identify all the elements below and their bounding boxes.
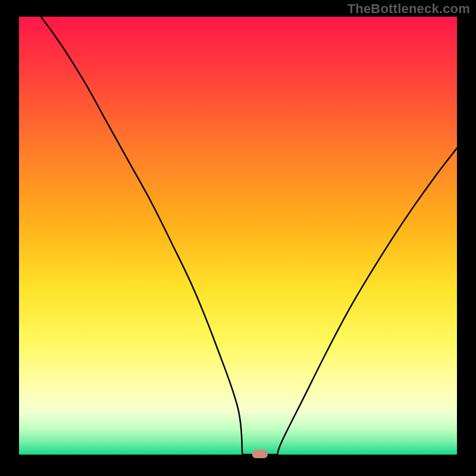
bottleneck-chart (0, 0, 476, 476)
chart-container: TheBottleneck.com (0, 0, 476, 476)
optimum-marker (252, 450, 268, 458)
attribution-text: TheBottleneck.com (347, 1, 470, 17)
